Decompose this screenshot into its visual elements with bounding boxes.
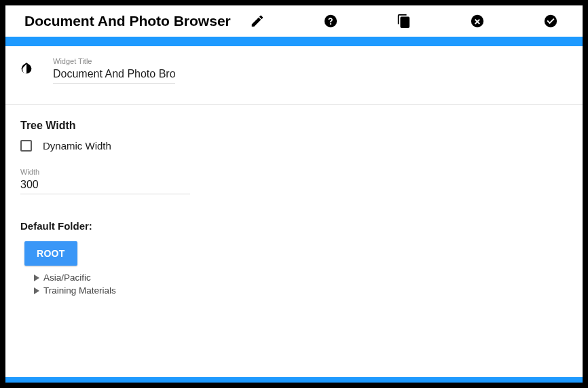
width-input[interactable]	[20, 177, 190, 194]
cancel-icon[interactable]	[470, 14, 485, 29]
invert-colors-icon[interactable]	[20, 63, 35, 84]
dynamic-width-checkbox[interactable]	[20, 140, 32, 152]
tree-item-label: Asia/Pacific	[43, 272, 91, 283]
app-frame: Document And Photo Browser	[5, 5, 583, 383]
widget-title-label: Widget Title	[53, 57, 175, 65]
edit-icon[interactable]	[250, 14, 265, 29]
toolbar-actions	[250, 14, 564, 29]
toolbar: Document And Photo Browser	[5, 5, 583, 37]
default-folder-label: Default Folder:	[20, 220, 568, 232]
widget-title-field: Widget Title	[53, 57, 175, 84]
confirm-icon[interactable]	[543, 14, 558, 29]
content: Widget Title Tree Width Dynamic Width Wi…	[5, 46, 583, 377]
default-folder-section: Default Folder: ROOT Asia/Pacific Traini…	[5, 201, 583, 311]
tree-width-heading: Tree Width	[20, 120, 568, 132]
tree-width-section: Tree Width Dynamic Width Width	[5, 105, 583, 201]
copy-icon[interactable]	[397, 14, 411, 29]
help-icon[interactable]	[323, 14, 338, 29]
width-field: Width	[20, 168, 190, 194]
widget-title-input[interactable]	[53, 67, 175, 84]
tree-item-label: Training Materials	[43, 285, 116, 296]
root-button[interactable]: ROOT	[24, 241, 77, 266]
dynamic-width-label: Dynamic Width	[43, 140, 111, 152]
tree-item[interactable]: Training Materials	[34, 284, 568, 297]
accent-bar-bottom	[5, 377, 583, 383]
widget-title-section: Widget Title	[5, 46, 583, 105]
folder-tree: Asia/Pacific Training Materials	[34, 271, 568, 297]
tree-item[interactable]: Asia/Pacific	[34, 271, 568, 284]
width-label: Width	[20, 168, 190, 176]
dynamic-width-row: Dynamic Width	[20, 140, 568, 152]
page-title: Document And Photo Browser	[24, 13, 231, 29]
accent-bar-top	[5, 37, 583, 46]
expand-icon	[34, 275, 39, 281]
expand-icon	[34, 287, 39, 294]
